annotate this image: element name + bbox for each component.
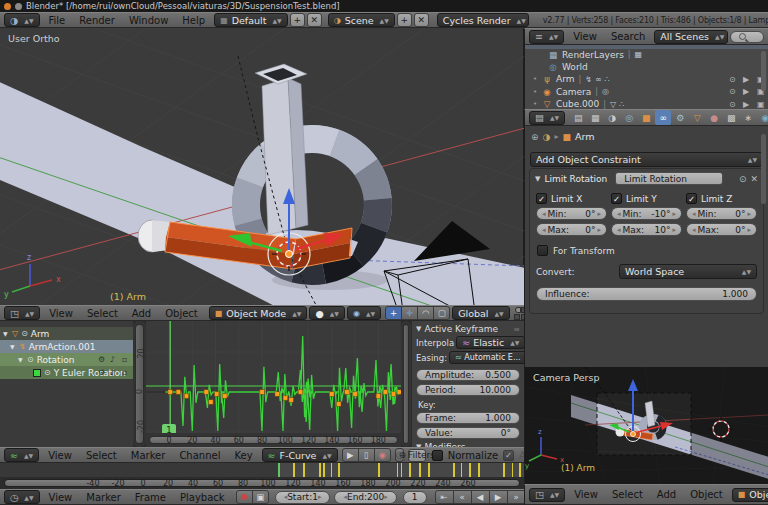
layer-button-6[interactable]	[514, 314, 520, 320]
add-layout-button[interactable]: +	[290, 13, 305, 27]
panel-collapse-arrow[interactable]: ▼	[416, 325, 421, 333]
rotate-manipulator-button[interactable]: ◠	[417, 306, 434, 320]
timeline-keyframe-marker[interactable]	[409, 463, 411, 477]
window-icon-2[interactable]	[15, 3, 22, 10]
outliner-row-camera[interactable]: •◉Camera|◎⊙▶▣	[525, 86, 768, 98]
play-reverse-button[interactable]: ◀	[471, 490, 490, 504]
outliner-filter-selector[interactable]: All Scenes▲▼	[654, 30, 728, 44]
keyframe-point[interactable]	[345, 390, 349, 394]
timeline-keyframe-marker[interactable]	[331, 463, 333, 477]
max-field-0[interactable]: ◂Max:0°▸	[536, 223, 607, 236]
max-field-2[interactable]: ◂Max:0°▸	[686, 223, 757, 236]
properties-scrollbar[interactable]	[761, 134, 766, 204]
outliner-scrollbar[interactable]	[761, 51, 766, 91]
channel-row-action[interactable]: ▼↯ArmAction.001	[0, 340, 133, 353]
keyframe-point[interactable]	[260, 390, 264, 394]
wrench-icon[interactable]: ⚙	[98, 368, 105, 377]
keyframe-point[interactable]	[383, 390, 387, 394]
timeline-keyframe-marker[interactable]	[338, 463, 340, 477]
convert-selector[interactable]: World Space▲▼	[619, 264, 757, 279]
next-keyframe-button[interactable]: »	[507, 490, 526, 504]
manipulator-toggle[interactable]: +	[385, 306, 402, 320]
graph-curve-area[interactable]	[146, 321, 401, 433]
menu-object[interactable]: Object	[683, 489, 730, 500]
keyframe-point[interactable]	[353, 392, 357, 396]
amplitude-field[interactable]: Amplitude:0.500	[416, 369, 520, 381]
menu-render[interactable]: Render	[72, 15, 122, 26]
timeline-keyframe-marker[interactable]	[461, 463, 463, 477]
prev-keyframe-button[interactable]: «	[453, 490, 472, 504]
pin-icon[interactable]: ⊕	[531, 132, 539, 142]
add-scene-button[interactable]: +	[397, 13, 412, 27]
menu-window[interactable]: Window	[122, 15, 175, 26]
tab-object[interactable]: ■	[638, 110, 654, 125]
timeline-keyframe-marker[interactable]	[323, 463, 325, 477]
menu-view[interactable]: View	[566, 31, 604, 42]
keyframe-point[interactable]	[168, 390, 172, 394]
tab-render[interactable]: ▤	[570, 110, 586, 125]
outliner-row-arm[interactable]: •ψArm|↯∞∴⊙▶▣	[525, 73, 768, 85]
keyframe-point[interactable]	[376, 394, 380, 398]
menu-playback[interactable]: Playback	[173, 492, 232, 503]
min-field-2[interactable]: ◂Min:0°▸	[686, 207, 757, 220]
lock-icon[interactable]: ▫	[122, 368, 127, 377]
channel-eye-icon[interactable]: ⊙	[21, 329, 28, 338]
filters-button[interactable]: ⊕ Filters	[408, 449, 426, 462]
outliner-row-world[interactable]: ◎World	[525, 61, 768, 73]
timeline-keyframe-marker[interactable]	[478, 463, 480, 477]
menu-object[interactable]: Object	[158, 308, 205, 319]
keyframe-point[interactable]	[223, 394, 227, 398]
limit-checkbox-2[interactable]: ✓	[686, 193, 697, 204]
menu-select[interactable]: Select	[605, 489, 650, 500]
current-frame-field[interactable]: 1	[403, 491, 427, 504]
selectability-icon[interactable]: ▶	[743, 87, 749, 96]
lock-button[interactable]: ▣	[252, 490, 269, 504]
channel-expander-icon[interactable]: ▼	[3, 330, 12, 337]
breadcrumb-scene-icon[interactable]: ◑	[543, 132, 551, 142]
keyframe-point[interactable]	[214, 392, 218, 396]
editor-type-button-info[interactable]: ◑▲▼	[4, 13, 40, 27]
translate-manipulator-button[interactable]: ✛	[401, 306, 418, 320]
tab-scene[interactable]: ◑	[604, 110, 620, 125]
keyframe-point[interactable]	[204, 390, 208, 394]
graph-v-scrollbar[interactable]	[401, 321, 411, 447]
speaker-icon[interactable]: ♪	[110, 355, 115, 364]
visibility-eye-icon[interactable]: ⊙	[729, 87, 736, 96]
hide-hidden-button[interactable]: ▯	[358, 448, 375, 462]
constraint-name-input[interactable]: Limit Rotation	[615, 172, 723, 185]
channel-eye-icon[interactable]: ⊙	[44, 368, 51, 377]
camera-viewport[interactable]: z y x Camera Persp (1) Arm	[524, 367, 768, 484]
timeline-keyframe-marker[interactable]	[401, 463, 403, 477]
keyframe-point[interactable]	[289, 398, 293, 402]
window-icon[interactable]	[4, 3, 11, 10]
editor-type-button-graph[interactable]: ≈▲▼	[4, 448, 39, 462]
constraint-close-icon[interactable]: ✕	[750, 174, 758, 184]
tab-constraints[interactable]: ∞	[655, 110, 671, 125]
render-toggle-icon[interactable]: ▣	[757, 100, 765, 109]
for-transform-checkbox[interactable]	[537, 245, 548, 256]
editor-type-button-timeline[interactable]: ◷▲▼	[4, 490, 40, 504]
menu-marker[interactable]: Marker	[79, 492, 128, 503]
visibility-eye-icon[interactable]: ⊙	[729, 75, 736, 84]
timeline-keyframe-marker[interactable]	[397, 463, 399, 477]
timeline-keyframe-marker[interactable]	[319, 463, 321, 477]
auto-checkbox[interactable]: ✓	[503, 450, 514, 461]
max-field-1[interactable]: ◂Max:10°▸	[611, 223, 682, 236]
screen-layout-selector[interactable]: ▦ Default▲▼	[214, 13, 288, 27]
outliner-row-renderlayers[interactable]: ▦RenderLayers|▦	[525, 49, 768, 61]
menu-marker[interactable]: Marker	[124, 450, 173, 461]
easing-selector[interactable]: ≈ Automatic E...▲▼	[449, 351, 524, 364]
keyframe-point[interactable]	[283, 396, 287, 400]
tab-world[interactable]: ◎	[621, 110, 637, 125]
timeline-current-frame-line[interactable]	[278, 463, 280, 477]
menu-add[interactable]: Add	[125, 308, 158, 319]
keyframe-point[interactable]	[209, 400, 213, 404]
min-field-1[interactable]: ◂Min:-10°▸	[611, 207, 682, 220]
lock-icon[interactable]: ▫	[122, 355, 127, 364]
channel-row-group[interactable]: ▼⊙Rotation⚙♪▫	[0, 353, 133, 366]
timeline-keyframe-marker[interactable]	[512, 463, 514, 477]
menu-file[interactable]: File	[42, 15, 73, 26]
timeline-keyframe-marker[interactable]	[428, 463, 430, 477]
timeline-keyframe-marker[interactable]	[519, 463, 521, 477]
menu-frame[interactable]: Frame	[128, 492, 173, 503]
